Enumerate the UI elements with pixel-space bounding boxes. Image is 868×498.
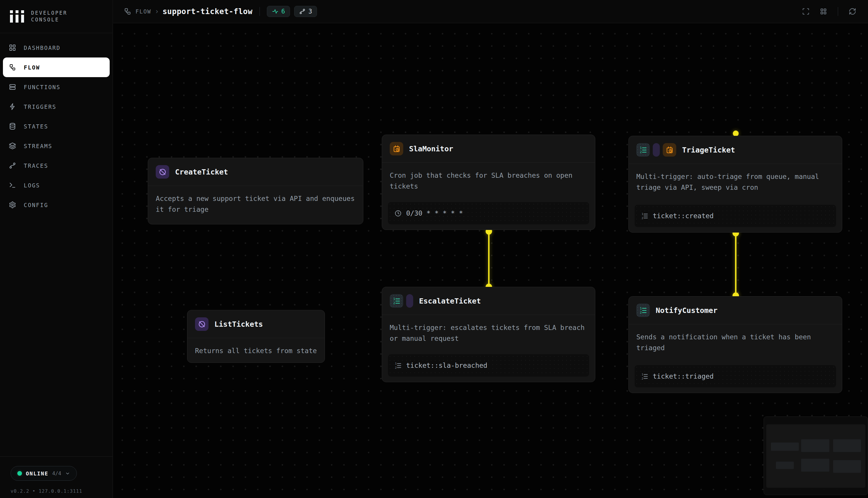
svg-text:1: 1 (642, 212, 643, 215)
trace-count-badge[interactable]: 3 (294, 6, 317, 17)
sidebar-item-triggers[interactable]: TRIGGERS (3, 97, 110, 116)
trigger-topic-chip: 12 ticket::sla-breached (388, 354, 589, 377)
divider (838, 7, 838, 16)
refresh-icon[interactable] (849, 8, 856, 15)
sidebar-item-states[interactable]: STATES (3, 116, 110, 136)
sidebar-item-label: TRACES (24, 162, 49, 169)
clock-icon (395, 210, 402, 217)
page-title: support-ticket-flow (162, 7, 253, 16)
queue-list-ordered-icon: 12 (641, 373, 649, 380)
svg-text:2: 2 (395, 366, 397, 369)
node-title: NotifyCustomer (656, 306, 718, 315)
database-icon (9, 122, 16, 130)
sidebar-item-label: DASHBOARD (24, 44, 61, 51)
node-description: Multi-trigger: auto-triage from queue, m… (629, 164, 842, 193)
sidebar-footer: ONLINE 4/4 v0.2.2 • 127.0.0.1:3111 (0, 456, 112, 498)
node-header: 12 NotifyCustomer (629, 297, 842, 324)
node-title: CreateTicket (175, 168, 228, 176)
trace-count: 3 (308, 8, 312, 15)
node-header: CreateTicket (148, 158, 363, 186)
zap-icon (9, 103, 16, 110)
trigger-topic-chip: 12 ticket::created (635, 205, 836, 227)
node-header: ListTickets (187, 310, 325, 338)
workflow-icon (9, 64, 16, 71)
flow-node-createticket[interactable]: CreateTicket Accepts a new support ticke… (148, 158, 363, 224)
node-title: EscalateTicket (419, 297, 481, 305)
svg-text:1: 1 (395, 362, 397, 365)
breadcrumb[interactable]: FLOW (135, 8, 151, 15)
minimap[interactable] (764, 417, 868, 495)
sidebar-item-dashboard[interactable]: DASHBOARD (3, 38, 110, 57)
svg-text:2: 2 (640, 311, 642, 314)
flow-node-escalateticket[interactable]: 12 EscalateTicket Multi-trigger: escalat… (382, 287, 595, 382)
node-title: TriageTicket (682, 146, 735, 154)
minimap-viewport[interactable] (766, 424, 865, 488)
node-header: SlaMonitor (382, 135, 595, 163)
divider (259, 7, 260, 16)
grid-icon[interactable] (819, 8, 827, 15)
dashboard-grid-icon (9, 44, 16, 51)
svg-text:1: 1 (640, 306, 642, 310)
svg-text:1: 1 (393, 297, 395, 300)
node-description: Returns all tickets from state (187, 338, 325, 356)
node-description: Accepts a new support ticket via API and… (148, 186, 363, 215)
node-title: SlaMonitor (409, 145, 453, 153)
trigger-topic: ticket::created (653, 212, 714, 220)
topbar: FLOW › support-ticket-flow 6 3 (113, 0, 868, 23)
chevron-down-icon (65, 471, 70, 476)
status-ratio: 4/4 (52, 470, 61, 476)
flow-node-slamonitor[interactable]: SlaMonitor Cron job that checks for SLA … (382, 135, 595, 230)
cron-calendar-clock-icon (663, 143, 676, 157)
minimap-node (776, 462, 794, 469)
sidebar-item-label: CONFIG (24, 202, 49, 208)
node-header: 12 EscalateTicket (382, 287, 595, 315)
minimap-node (801, 459, 829, 472)
activity-icon (272, 8, 278, 15)
sidebar-item-flow[interactable]: FLOW (3, 57, 110, 77)
svg-text:1: 1 (642, 373, 643, 376)
sidebar-item-label: STREAMS (24, 143, 53, 149)
fullscreen-icon[interactable] (802, 8, 810, 15)
brand-line2: CONSOLE (31, 16, 67, 23)
svg-text:2: 2 (642, 216, 643, 219)
sidebar-item-label: FLOW (24, 64, 40, 71)
queue-list-ordered-icon: 12 (636, 303, 650, 317)
sidebar-item-label: LOGS (24, 182, 40, 188)
activity-count: 6 (281, 8, 285, 15)
flow-canvas[interactable]: CreateTicket Accepts a new support ticke… (113, 24, 868, 498)
flow-edges (113, 24, 868, 498)
sidebar-item-config[interactable]: CONFIG (3, 195, 110, 215)
trigger-topic: ticket::sla-breached (406, 362, 488, 369)
svg-text:2: 2 (642, 377, 643, 380)
workflow-icon (124, 8, 131, 15)
app-root: DEVELOPER CONSOLE DASHBOARD FLOW FUNCTIO… (0, 0, 868, 498)
sidebar-item-streams[interactable]: STREAMS (3, 136, 110, 156)
node-description: Sends a notification when a ticket has b… (629, 324, 842, 353)
brand: DEVELOPER CONSOLE (0, 0, 112, 33)
flow-node-triageticket[interactable]: 12 TriageTicket Multi-trigger: auto-tria… (628, 136, 842, 233)
server-icon (9, 83, 16, 91)
gear-icon (9, 201, 16, 209)
minimap-node (801, 440, 829, 452)
api-pill-icon (406, 294, 413, 307)
flow-node-listtickets[interactable]: ListTickets Returns all tickets from sta… (187, 310, 325, 363)
sidebar-item-label: FUNCTIONS (24, 84, 61, 90)
online-dot-icon (17, 471, 22, 476)
node-description: Multi-trigger: escalates tickets from SL… (382, 315, 595, 344)
minimap-node (771, 443, 799, 451)
version-text: v0.2.2 • 127.0.0.1:3111 (11, 488, 102, 494)
sidebar-item-traces[interactable]: TRACES (3, 156, 110, 175)
brand-text: DEVELOPER CONSOLE (31, 10, 67, 23)
activity-count-badge[interactable]: 6 (267, 6, 290, 17)
brand-line1: DEVELOPER (31, 10, 67, 16)
sidebar-item-functions[interactable]: FUNCTIONS (3, 77, 110, 97)
trace-branch-icon (9, 162, 16, 169)
minimap-node (833, 440, 861, 452)
flow-node-notifycustomer[interactable]: 12 NotifyCustomer Sends a notification w… (628, 296, 842, 393)
status-label: ONLINE (26, 470, 49, 476)
status-pill[interactable]: ONLINE 4/4 (11, 466, 77, 481)
sidebar-item-label: STATES (24, 123, 49, 130)
sidebar-item-logs[interactable]: LOGS (3, 175, 110, 195)
logo-icon (10, 10, 24, 23)
api-pill-icon (653, 143, 660, 157)
